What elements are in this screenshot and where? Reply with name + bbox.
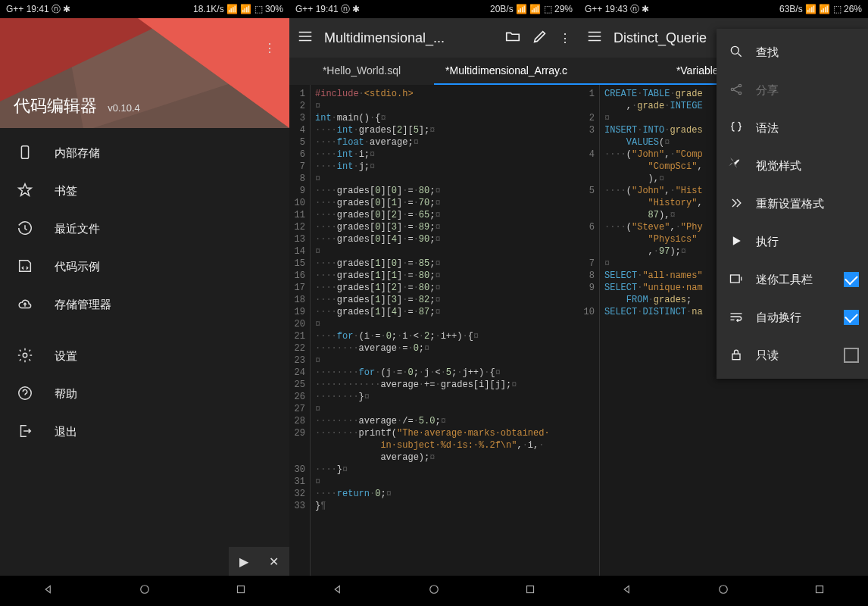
status-bar: G++ 19:41 ⓝ ✱ 20B/s 📶 📶 ⬚ 29% xyxy=(289,0,579,18)
svg-point-10 xyxy=(731,88,733,90)
play-icon[interactable]: ▶ xyxy=(239,554,248,569)
home-icon[interactable] xyxy=(138,583,151,599)
svg-rect-4 xyxy=(238,586,245,593)
toolbar-icon xyxy=(729,271,744,289)
play-icon xyxy=(729,233,744,251)
svg-rect-6 xyxy=(527,586,534,593)
cloud-icon xyxy=(17,295,33,314)
status-right: 18.1K/s 📶 📶 ⬚ 30% xyxy=(193,4,283,14)
panel-editor-1: G++ 19:41 ⓝ ✱ 20B/s 📶 📶 ⬚ 29% Multidimen… xyxy=(289,0,579,606)
tab[interactable]: *Hello_World.sql xyxy=(289,58,434,85)
overflow-icon[interactable]: ⋮ xyxy=(264,41,276,55)
history-icon xyxy=(17,220,33,239)
menu-item-reformat[interactable]: 重新设置格式 xyxy=(717,185,868,223)
home-icon[interactable] xyxy=(717,583,730,599)
recent-apps-icon[interactable] xyxy=(234,583,248,599)
svg-point-12 xyxy=(738,92,741,94)
lock-icon xyxy=(729,347,744,364)
overflow-icon[interactable]: ⋮ xyxy=(559,31,571,45)
app-title: 代码编辑器 v0.10.4 xyxy=(14,95,140,117)
menu-item-readonly[interactable]: 只读 xyxy=(717,336,868,374)
svg-point-11 xyxy=(738,84,741,86)
drawer-item-examples[interactable]: 代码示例 xyxy=(0,248,289,286)
status-right: 20B/s 📶 📶 ⬚ 29% xyxy=(490,4,573,14)
edit-icon[interactable] xyxy=(532,28,548,48)
svg-point-9 xyxy=(731,46,738,54)
drawer-label: 存储管理器 xyxy=(55,298,111,312)
svg-point-5 xyxy=(430,586,439,594)
drawer-item-recent[interactable]: 最近文件 xyxy=(0,210,289,248)
menu-icon[interactable] xyxy=(297,28,314,48)
checkbox[interactable] xyxy=(844,272,859,287)
document-title: Multidimensional_... xyxy=(324,30,494,46)
svg-point-7 xyxy=(720,586,728,594)
status-left: G++ 19:41 ⓝ ✱ xyxy=(6,3,70,16)
drawer-item-internal-storage[interactable]: 内部存储 xyxy=(0,134,289,172)
menu-label: 分享 xyxy=(756,83,779,98)
drawer-item-help[interactable]: 帮助 xyxy=(0,375,289,413)
menu-label: 执行 xyxy=(756,235,779,249)
home-icon[interactable] xyxy=(427,583,441,599)
menu-label: 语法 xyxy=(756,121,779,136)
svg-rect-13 xyxy=(731,275,740,283)
drawer-header: 代码编辑器 v0.10.4 ⋮ xyxy=(0,18,289,128)
panel-editor-2: G++ 19:43 ⓝ ✱ 63B/s 📶 📶 ⬚ 26% Distinct_Q… xyxy=(579,0,868,606)
menu-label: 查找 xyxy=(756,45,779,60)
menu-icon[interactable] xyxy=(586,28,603,48)
drawer-label: 帮助 xyxy=(55,387,77,401)
android-navbar xyxy=(579,576,868,606)
folder-open-icon[interactable] xyxy=(504,28,521,48)
fan-icon xyxy=(729,158,744,175)
drawer-item-exit[interactable]: 退出 xyxy=(0,413,289,451)
status-left: G++ 19:43 ⓝ ✱ xyxy=(585,3,649,16)
recent-apps-icon[interactable] xyxy=(813,583,826,599)
chevrons-icon xyxy=(729,195,744,213)
android-navbar xyxy=(289,576,579,606)
menu-item-find[interactable]: 查找 xyxy=(717,33,868,71)
code-icon xyxy=(17,258,33,276)
checkbox[interactable] xyxy=(844,310,859,325)
back-icon[interactable] xyxy=(620,583,634,599)
drawer-label: 最近文件 xyxy=(55,222,100,236)
menu-item-minitoolbar[interactable]: 迷你工具栏 xyxy=(717,261,868,298)
menu-item-syntax[interactable]: 语法 xyxy=(717,109,868,147)
drawer-item-bookmarks[interactable]: 书签 xyxy=(0,172,289,210)
minibar: ▶ ✕ xyxy=(229,547,289,576)
menu-item-visual[interactable]: 视觉样式 xyxy=(717,147,868,185)
code-editor[interactable]: 1234567891011121314151617181920212223242… xyxy=(289,85,579,576)
menu-label: 视觉样式 xyxy=(756,159,801,173)
drawer-item-settings[interactable]: 设置 xyxy=(0,337,289,375)
checkbox[interactable] xyxy=(844,348,859,363)
status-right: 63B/s 📶 📶 ⬚ 26% xyxy=(779,4,862,14)
svg-point-1 xyxy=(23,353,27,358)
app-title-text: 代码编辑器 xyxy=(14,96,97,115)
share-icon xyxy=(729,82,744,99)
drawer-label: 书签 xyxy=(55,184,77,198)
panel-drawer: G++ 19:41 ⓝ ✱ 18.1K/s 📶 📶 ⬚ 30% 代码编辑器 v0… xyxy=(0,0,289,606)
menu-label: 只读 xyxy=(756,348,779,363)
menu-item-run[interactable]: 执行 xyxy=(717,223,868,261)
menu-label: 迷你工具栏 xyxy=(756,273,813,287)
status-bar: G++ 19:43 ⓝ ✱ 63B/s 📶 📶 ⬚ 26% xyxy=(579,0,868,18)
back-icon[interactable] xyxy=(42,583,55,599)
app-bar: Multidimensional_... ⋮ xyxy=(289,18,579,58)
drawer-label: 内部存储 xyxy=(55,146,100,161)
drawer-label: 设置 xyxy=(55,349,77,364)
status-left: G++ 19:41 ⓝ ✱ xyxy=(295,3,360,16)
device-icon xyxy=(17,144,33,163)
drawer-item-storage-manager[interactable]: 存储管理器 xyxy=(0,286,289,323)
star-icon xyxy=(17,182,33,201)
recent-apps-icon[interactable] xyxy=(523,583,537,599)
close-icon[interactable]: ✕ xyxy=(269,554,279,569)
menu-label: 自动换行 xyxy=(756,311,801,325)
android-navbar xyxy=(0,576,289,606)
wrap-icon xyxy=(729,309,744,326)
tab[interactable]: *Multidimensional_Array.c xyxy=(434,58,579,85)
menu-item-wrap[interactable]: 自动换行 xyxy=(717,298,868,336)
back-icon[interactable] xyxy=(331,583,345,599)
status-bar: G++ 19:41 ⓝ ✱ 18.1K/s 📶 📶 ⬚ 30% xyxy=(0,0,289,18)
menu-item-share: 分享 xyxy=(717,71,868,109)
exit-icon xyxy=(17,423,33,442)
svg-point-2 xyxy=(19,386,32,399)
menu-label: 重新设置格式 xyxy=(756,197,824,211)
